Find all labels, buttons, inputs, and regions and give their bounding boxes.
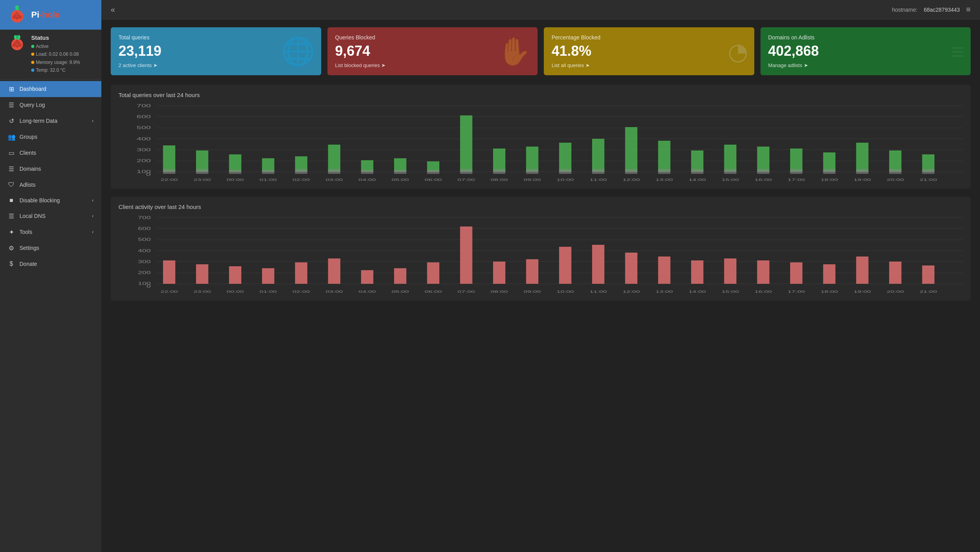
svg-rect-38 xyxy=(163,145,175,172)
temp-dot xyxy=(31,69,34,72)
collapse-sidebar-button[interactable]: « xyxy=(111,5,115,14)
tools-icon: ✦ xyxy=(8,228,15,236)
raspberry-icon xyxy=(8,34,27,53)
svg-point-16 xyxy=(16,40,19,43)
svg-rect-66 xyxy=(625,127,638,172)
svg-text:14:00: 14:00 xyxy=(689,178,706,182)
svg-rect-62 xyxy=(559,143,571,172)
sidebar-item-query-log[interactable]: ☰ Query Log xyxy=(0,97,101,113)
svg-text:03:00: 03:00 xyxy=(325,290,343,294)
list-all-queries-link[interactable]: List all queries ➤ xyxy=(552,62,746,68)
svg-text:13:00: 13:00 xyxy=(656,290,673,294)
svg-text:04:00: 04:00 xyxy=(359,178,376,182)
svg-rect-148 xyxy=(922,265,935,284)
sidebar-item-donate[interactable]: $ Donate xyxy=(0,256,101,272)
svg-text:16:00: 16:00 xyxy=(755,178,772,182)
svg-text:10:00: 10:00 xyxy=(557,178,574,182)
svg-rect-140 xyxy=(658,257,670,284)
svg-rect-58 xyxy=(493,149,506,172)
svg-rect-138 xyxy=(592,245,605,284)
client-activity-chart-section: Client activity over last 24 hours 700 6… xyxy=(111,196,971,301)
sidebar-item-tools[interactable]: ✦ Tools ‹ xyxy=(0,224,101,240)
svg-text:700: 700 xyxy=(137,104,151,108)
svg-text:23:00: 23:00 xyxy=(193,290,211,294)
sidebar-item-label: Donate xyxy=(19,261,94,267)
status-panel: Status Active Load: 0.02 0.06 0.08 Memor… xyxy=(0,30,101,80)
sidebar-item-label: Dashboard xyxy=(19,86,94,92)
svg-rect-57 xyxy=(460,169,472,174)
pihole-logo xyxy=(8,5,27,24)
svg-text:06:00: 06:00 xyxy=(425,290,442,294)
sidebar-item-groups[interactable]: 👥 Groups xyxy=(0,129,101,145)
svg-rect-146 xyxy=(856,257,869,284)
svg-text:0: 0 xyxy=(146,172,151,177)
active-dot xyxy=(31,45,34,48)
status-active: Active xyxy=(31,42,80,50)
svg-rect-60 xyxy=(526,147,539,172)
svg-point-8 xyxy=(16,16,19,19)
chevron-left-icon: ‹ xyxy=(92,213,94,219)
manage-adlists-link[interactable]: Manage adlists ➤ xyxy=(768,62,963,68)
pie-chart-icon: ◔ xyxy=(728,38,748,65)
svg-point-2 xyxy=(16,5,18,10)
svg-rect-78 xyxy=(823,152,836,172)
percentage-blocked-value: 41.8% xyxy=(552,43,746,59)
svg-rect-80 xyxy=(856,143,869,172)
sidebar-item-disable-blocking[interactable]: ■ Disable Blocking ‹ xyxy=(0,193,101,208)
svg-text:14:00: 14:00 xyxy=(689,290,706,294)
svg-text:500: 500 xyxy=(138,237,151,242)
svg-rect-127 xyxy=(229,266,242,284)
svg-text:400: 400 xyxy=(137,136,151,142)
total-queries-chart-section: Total queries over last 24 hours 700 600… xyxy=(111,85,971,189)
svg-text:17:00: 17:00 xyxy=(788,178,805,182)
sidebar-item-settings[interactable]: ⚙ Settings xyxy=(0,240,101,256)
svg-rect-43 xyxy=(229,170,242,174)
svg-rect-45 xyxy=(262,170,274,174)
sidebar-item-local-dns[interactable]: ☰ Local DNS ‹ xyxy=(0,208,101,224)
dashboard-content: 🌐 Total queries 23,119 2 active clients … xyxy=(101,19,980,552)
total-queries-chart-area: 700 600 500 400 300 200 100 0 xyxy=(119,104,963,182)
svg-text:02:00: 02:00 xyxy=(292,178,310,182)
svg-text:22:00: 22:00 xyxy=(161,178,178,182)
svg-text:02:00: 02:00 xyxy=(292,290,310,294)
svg-rect-73 xyxy=(724,169,737,174)
svg-rect-64 xyxy=(592,139,605,172)
svg-text:09:00: 09:00 xyxy=(524,290,541,294)
adlists-icon: 🛡 xyxy=(8,181,15,188)
hand-stop-icon: ✋ xyxy=(497,35,531,67)
svg-text:19:00: 19:00 xyxy=(854,178,871,182)
sidebar-item-clients[interactable]: ▭ Clients xyxy=(0,145,101,161)
domains-adlists-value: 402,868 xyxy=(768,43,963,59)
svg-text:06:00: 06:00 xyxy=(425,178,442,182)
sidebar-item-domains[interactable]: ☰ Domains xyxy=(0,161,101,177)
svg-rect-75 xyxy=(757,169,769,174)
svg-rect-61 xyxy=(526,169,539,174)
sidebar-item-adlists[interactable]: 🛡 Adlists xyxy=(0,177,101,193)
svg-point-7 xyxy=(12,16,16,19)
svg-rect-72 xyxy=(724,145,737,172)
sidebar-item-long-term-data[interactable]: ↺ Long-term Data ‹ xyxy=(0,113,101,129)
svg-text:600: 600 xyxy=(137,114,151,119)
svg-text:05:00: 05:00 xyxy=(391,178,409,182)
svg-text:300: 300 xyxy=(137,147,151,152)
client-activity-chart: 700 600 500 400 300 200 100 0 xyxy=(119,216,963,294)
stat-cards-row: 🌐 Total queries 23,119 2 active clients … xyxy=(111,27,971,75)
svg-rect-49 xyxy=(328,169,341,174)
svg-text:20:00: 20:00 xyxy=(887,178,904,182)
svg-rect-134 xyxy=(460,226,472,284)
status-title: Status xyxy=(31,34,80,41)
arrow-circle-icon: ➤ xyxy=(586,62,590,68)
hole-text: -hole xyxy=(39,10,60,19)
pi-text: Pi xyxy=(31,10,39,19)
svg-text:21:00: 21:00 xyxy=(920,290,937,294)
svg-text:18:00: 18:00 xyxy=(821,290,838,294)
svg-text:18:00: 18:00 xyxy=(821,178,838,182)
svg-rect-136 xyxy=(526,259,539,284)
sidebar-item-dashboard[interactable]: ⊞ Dashboard xyxy=(0,81,101,97)
status-info: Status Active Load: 0.02 0.06 0.08 Memor… xyxy=(31,34,80,74)
svg-text:03:00: 03:00 xyxy=(325,178,343,182)
svg-text:300: 300 xyxy=(138,260,151,264)
total-queries-card: 🌐 Total queries 23,119 2 active clients … xyxy=(111,27,321,75)
svg-text:00:00: 00:00 xyxy=(226,178,244,182)
hamburger-menu-button[interactable]: ≡ xyxy=(966,5,971,14)
